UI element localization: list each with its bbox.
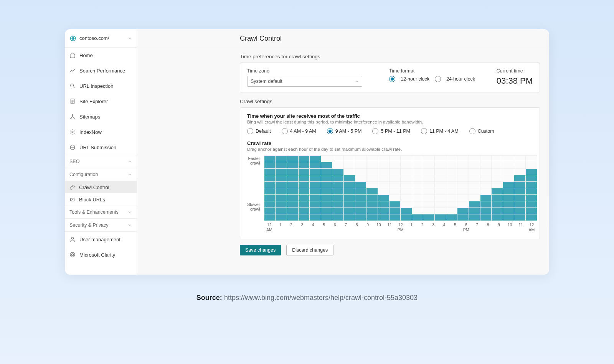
page-title: Crawl Control — [240, 35, 540, 43]
current-time-value: 03:38 PM — [497, 76, 533, 86]
nav-label: Sitemaps — [79, 114, 100, 120]
main-panel: Crawl Control Time preferences for crawl… — [137, 29, 549, 275]
svg-point-3 — [72, 114, 73, 115]
svg-point-5 — [74, 118, 75, 119]
slot-9am-5pm[interactable]: 9 AM - 5 PM — [327, 128, 362, 134]
chevron-down-icon — [127, 159, 132, 164]
block-icon — [69, 197, 75, 203]
time-format-24h-label: 24-hour clock — [446, 76, 475, 82]
nav-label: Block URLs — [79, 197, 105, 203]
traffic-hint: Bing will crawl the least during this pe… — [247, 120, 533, 124]
svg-point-6 — [72, 131, 73, 133]
chevron-down-icon — [127, 36, 132, 41]
nav-label: Site Explorer — [79, 99, 108, 104]
nav-label: Home — [79, 53, 93, 58]
nav-url-inspection[interactable]: URL Inspection — [65, 78, 137, 94]
nav-label: IndexNow — [79, 129, 102, 135]
sidebar: contoso.com/ Home Search Performance URL… — [65, 29, 137, 275]
time-zone-select[interactable]: System default — [247, 76, 362, 87]
time-prefs-heading: Time preferences for crawl settings — [240, 54, 540, 59]
slot-11pm-4am[interactable]: 11 PM - 4 AM — [421, 128, 459, 134]
time-format-12h-radio[interactable] — [389, 76, 395, 82]
nav-label: URL Submission — [79, 145, 116, 150]
globe-icon — [69, 35, 76, 42]
nav-label: Crawl Control — [79, 184, 109, 190]
slot-custom[interactable]: Custom — [469, 128, 494, 134]
crawl-settings-card: Time when your site receives most of the… — [240, 107, 540, 239]
gear-icon — [69, 129, 76, 135]
chevron-down-icon — [127, 210, 132, 214]
user-icon — [69, 236, 76, 242]
svg-point-10 — [70, 252, 75, 257]
slot-5pm-11pm[interactable]: 5 PM - 11 PM — [372, 128, 410, 134]
time-zone-value: System default — [251, 79, 282, 84]
nav-search-performance[interactable]: Search Performance — [65, 63, 137, 78]
clarity-icon — [69, 252, 76, 258]
nav-site-explorer[interactable]: Site Explorer — [65, 94, 137, 109]
svg-point-11 — [71, 254, 73, 255]
chevron-down-icon — [127, 223, 132, 227]
nav-url-submission[interactable]: URL Submission — [65, 140, 137, 155]
nav-crawl-control[interactable]: Crawl Control — [65, 181, 137, 193]
slot-default[interactable]: Default — [247, 128, 271, 134]
chart-x-labels: 12AM123456789101112PM123456PM789101112AM — [264, 222, 537, 232]
divider — [137, 48, 549, 48]
nav-label: Microsoft Clarity — [79, 252, 115, 258]
group-label: Security & Privacy — [69, 222, 108, 228]
svg-point-1 — [71, 84, 74, 87]
home-icon — [69, 52, 76, 58]
save-button[interactable]: Save changes — [240, 245, 281, 255]
nav-block-urls[interactable]: Block URLs — [65, 193, 137, 206]
site-selector[interactable]: contoso.com/ — [65, 29, 137, 48]
source-caption: Source: https://www.bing.com/webmasters/… — [196, 294, 418, 302]
site-domain: contoso.com/ — [79, 35, 109, 41]
chart-y-labels: Faster crawl Slower crawl — [247, 155, 260, 217]
chevron-down-icon — [355, 79, 359, 84]
nav-home[interactable]: Home — [65, 48, 137, 63]
time-prefs-card: Time zone System default Time format 12-… — [240, 63, 540, 92]
group-label: SEO — [69, 159, 79, 164]
crawl-rate-chart[interactable]: Faster crawl Slower crawl 12AM1234567891… — [247, 155, 533, 232]
group-label: Configuration — [69, 172, 98, 177]
nav-label: Search Performance — [79, 68, 125, 74]
nav-clarity[interactable]: Microsoft Clarity — [65, 247, 137, 262]
search-icon — [69, 83, 76, 89]
slot-4am-9am[interactable]: 4 AM - 9 AM — [282, 128, 316, 134]
nav-group-tools[interactable]: Tools & Enhancements — [65, 206, 137, 219]
discard-button[interactable]: Discard changes — [286, 245, 333, 255]
document-icon — [69, 98, 76, 104]
svg-point-9 — [71, 237, 73, 239]
group-label: Tools & Enhancements — [69, 209, 119, 215]
nav-user-management[interactable]: User management — [65, 232, 137, 247]
globe-icon — [69, 144, 76, 150]
nav-label: User management — [79, 237, 120, 242]
time-zone-label: Time zone — [247, 68, 362, 74]
time-format-label: Time format — [389, 68, 475, 74]
nav-label: URL Inspection — [79, 83, 113, 89]
crawl-settings-heading: Crawl settings — [240, 99, 540, 104]
chart-grid[interactable] — [264, 155, 537, 221]
current-time-label: Current time — [497, 68, 533, 74]
crawl-rate-heading: Crawl rate — [247, 140, 533, 146]
chevron-up-icon — [127, 172, 132, 177]
sitemap-icon — [69, 114, 76, 120]
nav-indexnow[interactable]: IndexNow — [65, 124, 137, 140]
nav-group-seo[interactable]: SEO — [65, 155, 137, 168]
nav-group-security[interactable]: Security & Privacy — [65, 219, 137, 232]
time-format-24h-radio[interactable] — [435, 76, 441, 82]
time-format-12h-label: 12-hour clock — [401, 76, 429, 82]
crawl-rate-hint: Drag anchor against each hour of the day… — [247, 147, 533, 152]
traffic-heading: Time when your site receives most of the… — [247, 113, 533, 119]
link-icon — [69, 184, 75, 190]
app-window: contoso.com/ Home Search Performance URL… — [65, 29, 549, 275]
trend-icon — [69, 68, 76, 74]
traffic-slot-row: Default 4 AM - 9 AM 9 AM - 5 PM 5 PM - 1… — [247, 128, 533, 134]
svg-point-4 — [70, 118, 71, 119]
nav-sitemaps[interactable]: Sitemaps — [65, 109, 137, 124]
nav-group-configuration[interactable]: Configuration — [65, 168, 137, 181]
